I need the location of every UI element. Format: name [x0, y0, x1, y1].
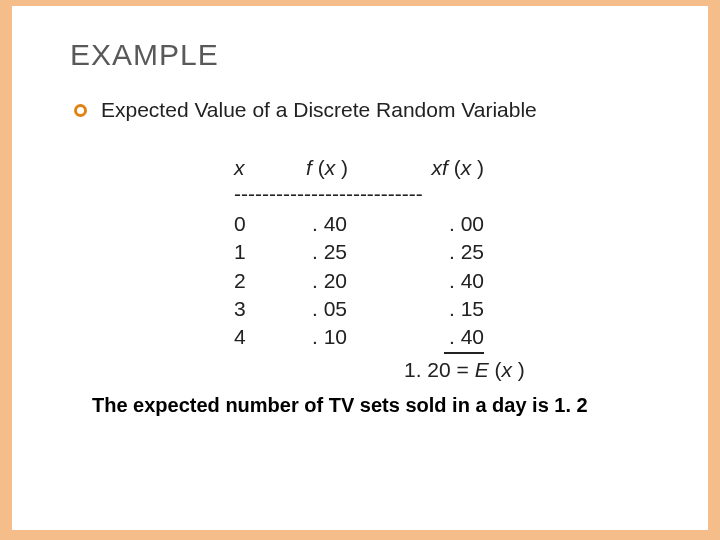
- header-xfx-close: ): [471, 156, 484, 179]
- cell-x: 2: [234, 267, 306, 295]
- bullet-icon: [74, 104, 87, 117]
- slide-title: EXAMPLE: [70, 38, 708, 72]
- expected-value-line: 1. 20 = E (x ): [234, 358, 708, 382]
- cell-xfx: . 40: [404, 323, 484, 353]
- header-fx-x: x: [325, 156, 336, 179]
- header-xfx-open: (: [448, 156, 461, 179]
- subtitle-text: Expected Value of a Discrete Random Vari…: [101, 98, 537, 122]
- slide: EXAMPLE Expected Value of a Discrete Ran…: [12, 6, 708, 530]
- cell-fx: . 05: [306, 295, 404, 323]
- cell-x: 0: [234, 210, 306, 238]
- table-row: 3 . 05 . 15: [234, 295, 708, 323]
- ev-sum: 1. 20: [404, 358, 451, 381]
- ev-x: x: [502, 358, 513, 381]
- conclusion-text: The expected number of TV sets sold in a…: [92, 394, 708, 417]
- cell-xfx-last: . 40: [444, 323, 484, 353]
- cell-xfx: . 25: [404, 238, 484, 266]
- cell-xfx: . 40: [404, 267, 484, 295]
- table-row: 0 . 40 . 00: [234, 210, 708, 238]
- cell-xfx: . 15: [404, 295, 484, 323]
- header-fx: f (x ): [306, 156, 404, 180]
- header-xfx-xv: x: [461, 156, 472, 179]
- cell-x: 4: [234, 323, 306, 353]
- cell-fx: . 25: [306, 238, 404, 266]
- ev-open: (: [495, 358, 502, 381]
- header-fx-paren: (: [312, 156, 325, 179]
- cell-x: 3: [234, 295, 306, 323]
- ev-close: ): [512, 358, 525, 381]
- table-row: 4 . 10 . 40: [234, 323, 708, 353]
- divider-line: ---------------------------: [234, 182, 708, 206]
- header-fx-close: ): [335, 156, 348, 179]
- ev-E: E: [475, 358, 489, 381]
- header-xfx: xf (x ): [404, 156, 484, 180]
- cell-fx: . 10: [306, 323, 404, 353]
- ev-eq: =: [451, 358, 475, 381]
- cell-fx: . 40: [306, 210, 404, 238]
- header-xfx-x: x: [432, 156, 443, 179]
- header-x: x: [234, 156, 306, 180]
- table-row: 1 . 25 . 25: [234, 238, 708, 266]
- cell-fx: . 20: [306, 267, 404, 295]
- cell-xfx: . 00: [404, 210, 484, 238]
- table-header: x f (x ) xf (x ): [234, 156, 708, 180]
- ev-table: x f (x ) xf (x ) -----------------------…: [234, 156, 708, 382]
- subtitle-row: Expected Value of a Discrete Random Vari…: [74, 98, 708, 122]
- table-row: 2 . 20 . 40: [234, 267, 708, 295]
- cell-x: 1: [234, 238, 306, 266]
